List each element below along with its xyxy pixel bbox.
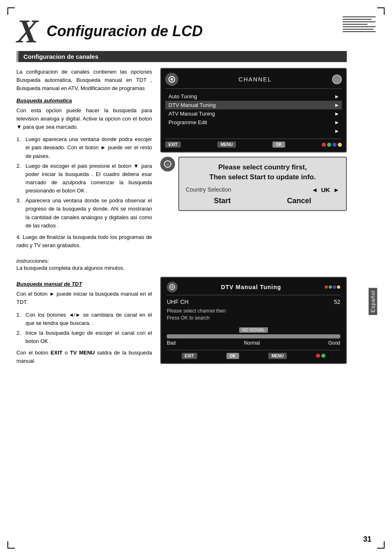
corner-bracket-bl — [7, 541, 15, 549]
left-arrow-icon: ◄ — [312, 186, 318, 193]
dtv-header: DTV Manual Tuning — [167, 282, 340, 295]
note-text: La busqueda completa dura algunos minuto… — [16, 265, 347, 271]
menu-item-prog: Programme Edit ▶ — [165, 118, 342, 127]
right-col-ui: CHANNEL Auto Tuning ▶ DTV Manual Tuning … — [160, 68, 347, 254]
signal-bar — [167, 334, 340, 338]
signal-bad: Bad — [167, 340, 175, 346]
arrow-auto: ▶ — [335, 94, 339, 99]
desc-auto: Con esta opcion puede hacer la busqueda … — [16, 107, 152, 131]
signal-good: Good — [328, 340, 340, 346]
note-area: instrucciones: La busqueda completa dura… — [16, 258, 347, 271]
dtv-dot-green — [321, 354, 325, 358]
list-item-3: 3. Aparecera una ventana donde se podra … — [16, 197, 152, 230]
menu-item-auto: Auto Tuning ▶ — [165, 92, 342, 101]
note-label: instrucciones: — [16, 258, 347, 264]
decoration-lines — [343, 16, 376, 32]
arrow-dtv: ▶ — [335, 103, 339, 107]
dtv-title: DTV Manual Tuning — [221, 284, 281, 290]
dtv-header-icon — [167, 282, 178, 292]
dialog-message: Please select country first, Then select… — [186, 162, 339, 182]
corner-bracket-tl — [7, 7, 15, 15]
colored-dots — [322, 143, 342, 147]
intro-text: La configuracion de canales contienen la… — [16, 68, 152, 93]
list-item-1: 1. Luego aparecera una ventana donde pod… — [16, 135, 152, 160]
dtv-left-text: Busqueda manual de TDT Con el boton ► pu… — [16, 277, 152, 369]
title-area: X Configuracion de LCD — [16, 16, 347, 46]
menu-item-atv: ATV Manual Tuning ▶ — [165, 109, 342, 118]
cancel-button[interactable]: Cancel — [287, 197, 311, 205]
signal-bar-area: NO SIGNAL Bad Normal Good — [167, 327, 340, 346]
signal-labels: Bad Normal Good — [167, 340, 340, 346]
dtv-step-2: 2. Inice la busqueda luego de escojer el… — [16, 329, 152, 345]
tv-menu-header: CHANNEL — [165, 73, 342, 89]
tv-channel-menu: CHANNEL Auto Tuning ▶ DTV Manual Tuning … — [160, 68, 347, 153]
dtv-header-dots — [325, 285, 340, 289]
dtv-btn-menu: MENU — [268, 353, 287, 359]
channel-label: CHANNEL — [178, 76, 332, 83]
dtv-bottom-bar: EXIT OK MENU — [167, 350, 340, 359]
tv-icon-right — [332, 74, 342, 84]
country-name: UK — [321, 186, 330, 193]
dot-green — [327, 143, 331, 147]
tv-bottom-bar: EXIT MENU OK — [165, 139, 342, 148]
tv-icon-top — [165, 73, 178, 86]
main-two-col: La configuracion de canales contienen la… — [16, 68, 347, 254]
btn-ok: OK — [272, 141, 285, 148]
svg-point-1 — [171, 78, 173, 81]
steps-list: 1. Luego aparecera una ventana donde pod… — [16, 135, 152, 230]
menu-item-dtv: DTV Manual Tuning ▶ — [165, 101, 342, 109]
page-number: 31 — [363, 535, 371, 544]
list-item-2: 2. Luego de escoger el pais presione el … — [16, 162, 152, 195]
dtv-btn-exit: EXIT — [182, 353, 197, 359]
dialog-icon: ☺ — [160, 157, 175, 171]
no-signal-badge: NO SIGNAL — [239, 327, 268, 333]
section-header: Configuracion de canales — [16, 51, 347, 62]
subtitle-auto: Busqueda automatica — [16, 97, 152, 105]
dtv-desc: Con el boton ► puede iniciar la busqueda… — [16, 290, 152, 306]
signal-normal: Normal — [244, 340, 260, 346]
arrow-atv: ▶ — [335, 111, 339, 116]
dtv-dot-red — [316, 354, 320, 358]
start-button[interactable]: Start — [214, 197, 231, 205]
corner-bracket-br — [377, 541, 385, 549]
page-title: Configuracion de LCD — [46, 23, 203, 40]
subtitle-dtv: Busqueda manual de TDT — [16, 280, 152, 288]
dtv-tv-mockup: DTV Manual Tuning UHF CH 52 Please selec… — [160, 277, 347, 364]
dot-yellow — [338, 143, 342, 147]
language-label: Español — [369, 288, 377, 315]
arrow-prog: ▶ — [335, 120, 339, 125]
dtv-btn-ok: OK — [226, 353, 239, 359]
dtv-section: Busqueda manual de TDT Con el boton ► pu… — [16, 277, 347, 369]
x-logo: X — [16, 16, 38, 46]
dtv-right-ui: DTV Manual Tuning UHF CH 52 Please selec… — [160, 277, 347, 369]
dtv-colored-dots — [316, 354, 325, 358]
country-dialog: Please select country first, Then select… — [178, 157, 347, 211]
btn-exit: EXIT — [165, 141, 181, 148]
corner-bracket-tr — [377, 7, 385, 15]
main-content: X Configuracion de LCD Configuracion de … — [16, 16, 347, 540]
country-row: Country Selection ◄ UK ► — [186, 186, 339, 193]
exit-note: Con el boton EXIT o TV MENU saldra de la… — [16, 349, 152, 365]
menu-item-5: ▶ — [165, 127, 342, 135]
dot-red — [322, 143, 326, 147]
left-col-text: La configuracion de canales contienen la… — [16, 68, 152, 254]
right-arrow-icon: ► — [333, 186, 339, 193]
svg-text:☺: ☺ — [166, 162, 170, 167]
uhf-row: UHF CH 52 — [167, 299, 340, 305]
dtv-step-1: 1. Con los botones ◄/► se cambiara de ca… — [16, 311, 152, 327]
list-item-4: 4. Luego de finalizar la busqueda todo l… — [16, 233, 152, 250]
dtv-steps: 1. Con los botones ◄/► se cambiara de ca… — [16, 311, 152, 346]
btn-menu: MENU — [217, 141, 236, 148]
country-value: ◄ UK ► — [312, 186, 339, 193]
dialog-area: ☺ Please select country first, Then sele… — [160, 157, 347, 215]
dtv-message: Please select channel then Press OK to s… — [167, 308, 340, 322]
dialog-actions: Start Cancel — [186, 197, 339, 205]
dot-blue — [332, 143, 337, 147]
